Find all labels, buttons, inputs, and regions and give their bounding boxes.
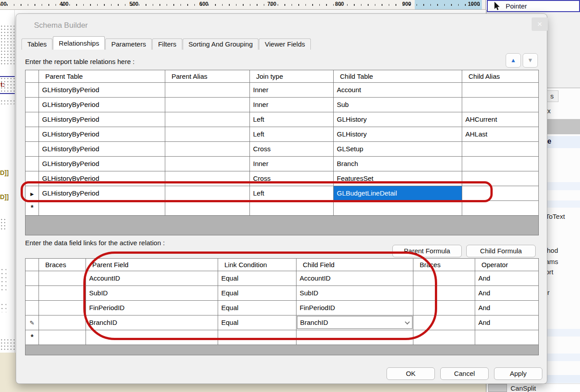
cell-link-condition[interactable] [218, 330, 296, 345]
new-row-selector-cell[interactable]: * [26, 330, 39, 345]
cell-child-table[interactable] [334, 201, 462, 216]
cell-parent-field[interactable]: BranchID [86, 315, 218, 330]
cell-child-alias[interactable] [462, 83, 538, 98]
cell-braces-right[interactable] [413, 315, 475, 330]
cell-operator[interactable]: And [475, 286, 538, 301]
cell-braces-right[interactable] [413, 271, 475, 286]
child-field-combobox[interactable]: BranchID [297, 316, 412, 329]
cell-child-alias[interactable] [462, 171, 538, 186]
cell-child-table[interactable]: FeaturesSet [334, 171, 462, 186]
row-selector-cell[interactable] [26, 286, 39, 301]
cell-parent-field[interactable]: SubID [86, 286, 218, 301]
cell-parent-table[interactable]: GLHistoryByPeriod [39, 127, 165, 142]
cell-parent-table[interactable]: GLHistoryByPeriod [39, 98, 165, 112]
cell-child-alias[interactable]: AHCurrent [462, 112, 538, 127]
cell-link-condition[interactable]: Equal [218, 271, 296, 286]
cell-operator[interactable]: And [475, 301, 538, 315]
tab-parameters[interactable]: Parameters [105, 38, 152, 50]
cell-join-type[interactable]: Inner [250, 83, 334, 98]
cell-parent-alias[interactable] [165, 98, 250, 112]
cell-parent-alias[interactable] [165, 83, 250, 98]
dialog-close-button[interactable]: × [532, 17, 548, 31]
cell-child-alias[interactable] [462, 201, 538, 216]
tab-sorting-and-grouping[interactable]: Sorting And Grouping [183, 38, 258, 50]
move-up-button[interactable]: ▲ [506, 53, 521, 68]
cell-child-alias[interactable] [462, 157, 538, 171]
cell-parent-alias[interactable] [165, 142, 250, 157]
cell-braces[interactable] [39, 286, 86, 301]
tab-filters[interactable]: Filters [152, 38, 182, 50]
parent-formula-button[interactable]: Parent Formula [392, 245, 462, 257]
cell-parent-table[interactable]: GLHistoryByPeriod [39, 112, 165, 127]
cell-link-condition[interactable]: Equal [218, 315, 296, 330]
cell-parent-table[interactable]: GLHistoryByPeriod [39, 142, 165, 157]
cell-join-type[interactable]: Cross [250, 142, 334, 157]
cell-braces-right[interactable] [413, 286, 475, 301]
cell-parent-field[interactable] [86, 330, 218, 345]
cell-child-table[interactable]: Sub [334, 98, 462, 112]
row-selector-cell[interactable] [26, 171, 39, 186]
cell-child-table-selected[interactable]: GLBudgetLineDetail [334, 186, 462, 201]
cell-child-table[interactable]: GLSetup [334, 142, 462, 157]
cell-child-table[interactable]: GLHistory [334, 112, 462, 127]
cell-link-condition[interactable]: Equal [218, 286, 296, 301]
cell-braces-right[interactable] [413, 330, 475, 345]
cell-parent-alias[interactable] [165, 201, 250, 216]
row-selector-cell[interactable] [26, 83, 39, 98]
row-selector-cell[interactable] [26, 157, 39, 171]
cell-join-type[interactable]: Left [250, 112, 334, 127]
cell-join-type[interactable] [250, 201, 334, 216]
toolbox-pointer-item[interactable]: Pointer [487, 0, 580, 12]
cell-braces[interactable] [39, 271, 86, 286]
cell-child-table[interactable]: Branch [334, 157, 462, 171]
cell-join-type[interactable]: Cross [250, 171, 334, 186]
row-selector-cell[interactable]: ▶ [26, 186, 39, 201]
row-selector-cell[interactable] [26, 301, 39, 315]
new-row-selector-cell[interactable]: * [26, 201, 39, 216]
cell-child-alias[interactable] [462, 98, 538, 112]
cell-parent-alias[interactable] [165, 127, 250, 142]
cell-parent-table[interactable]: GLHistoryByPeriod [39, 171, 165, 186]
ok-button[interactable]: OK [387, 367, 435, 380]
cell-braces[interactable] [39, 301, 86, 315]
tab-tables[interactable]: Tables [21, 38, 52, 50]
move-down-button[interactable]: ▼ [523, 53, 538, 68]
cell-child-field[interactable]: AccountID [296, 271, 413, 286]
cell-parent-field[interactable]: AccountID [86, 271, 218, 286]
cell-child-alias[interactable] [462, 186, 538, 201]
cell-braces[interactable] [39, 330, 86, 345]
cell-child-table[interactable]: GLHistory [334, 127, 462, 142]
cell-parent-alias[interactable] [165, 171, 250, 186]
cell-parent-table[interactable] [39, 201, 165, 216]
cell-child-table[interactable]: Account [334, 83, 462, 98]
row-selector-cell[interactable] [26, 112, 39, 127]
cell-parent-table[interactable]: GLHistoryByPeriod [39, 186, 165, 201]
cell-braces[interactable] [39, 315, 86, 330]
cancel-button[interactable]: Cancel [440, 367, 489, 380]
row-selector-cell[interactable] [26, 142, 39, 157]
cell-parent-table[interactable]: GLHistoryByPeriod [39, 83, 165, 98]
cell-child-field[interactable]: SubID [296, 286, 413, 301]
cell-join-type[interactable]: Inner [250, 98, 334, 112]
cell-child-alias[interactable] [462, 142, 538, 157]
apply-button[interactable]: Apply [494, 367, 542, 380]
cell-operator[interactable] [475, 330, 538, 345]
tab-viewer-fields[interactable]: Viewer Fields [259, 38, 311, 50]
cell-operator[interactable]: And [475, 315, 538, 330]
cell-braces-right[interactable] [413, 301, 475, 315]
cell-child-field[interactable]: FinPeriodID [296, 301, 413, 315]
cell-join-type[interactable]: Left [250, 186, 334, 201]
cell-parent-alias[interactable] [165, 186, 250, 201]
cell-link-condition[interactable]: Equal [218, 301, 296, 315]
cell-child-field[interactable] [296, 330, 413, 345]
cell-operator[interactable]: And [475, 271, 538, 286]
tab-relationships[interactable]: Relationships [53, 36, 105, 50]
child-formula-button[interactable]: Child Formula [466, 245, 536, 257]
row-selector-cell[interactable] [26, 271, 39, 286]
row-selector-cell[interactable] [26, 127, 39, 142]
cell-parent-table[interactable]: GLHistoryByPeriod [39, 157, 165, 171]
cell-parent-alias[interactable] [165, 112, 250, 127]
row-selector-cell[interactable] [26, 98, 39, 112]
cell-join-type[interactable]: Left [250, 127, 334, 142]
cell-parent-alias[interactable] [165, 157, 250, 171]
